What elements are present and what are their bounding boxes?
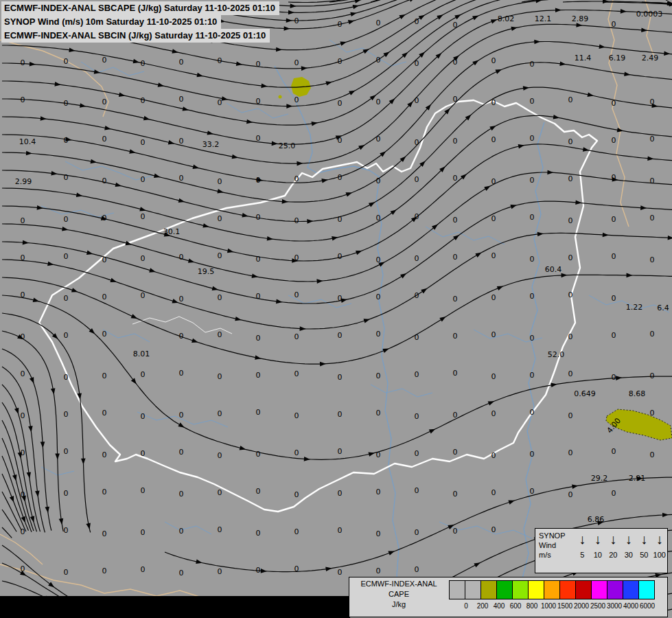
station-value: 0 xyxy=(530,371,535,380)
station-value: 0 xyxy=(415,412,419,421)
station-value: 0 xyxy=(491,293,496,302)
station-value: 33.2 xyxy=(202,140,220,149)
station-value: 0 xyxy=(530,60,535,69)
station-value: 0 xyxy=(256,134,261,143)
title-line-sbcin: ECMWF-INDEX-ANAL SBCIN (J/kg) Saturday 1… xyxy=(1,29,270,43)
station-value: 0 xyxy=(218,293,222,302)
station-value: 0 xyxy=(338,99,343,108)
station-value: 0 xyxy=(64,568,69,577)
station-value: 0 xyxy=(612,447,616,456)
station-value: 0 xyxy=(568,253,573,262)
station-value: 0 xyxy=(568,448,573,457)
station-value: 0 xyxy=(21,527,25,536)
station-value: 11.4 xyxy=(575,54,592,62)
station-value: 0 xyxy=(21,411,25,420)
title-line-sbcape: ECMWF-INDEX-ANAL SBCAPE (J/kg) Saturday … xyxy=(1,1,279,15)
station-value: 0 xyxy=(64,215,69,224)
station-value: 0 xyxy=(218,372,222,381)
station-value: 0 xyxy=(218,251,222,260)
station-value: 0 xyxy=(568,411,573,420)
station-value: 0 xyxy=(141,528,146,537)
station-value: 0 xyxy=(415,96,419,105)
station-value: 0 xyxy=(530,334,535,343)
station-value: 0.0003 xyxy=(636,10,663,19)
station-value: 0 xyxy=(491,135,496,144)
station-value: 0 xyxy=(376,135,381,144)
station-value: 29.2 xyxy=(591,474,608,483)
station-value: 0 xyxy=(453,174,458,183)
station-value: 0 xyxy=(102,371,107,380)
weather-chart-app: 0000000000000000000000000000000000000000… xyxy=(0,0,672,618)
wind-arrow-icon: ↓ xyxy=(610,529,616,549)
station-value: 0 xyxy=(256,255,261,264)
station-value: 0 xyxy=(64,526,69,535)
station-value: 0 xyxy=(338,57,343,66)
cape-tick-label: 0 xyxy=(464,602,468,610)
station-value: 0 xyxy=(64,99,69,108)
station-value: 0 xyxy=(453,448,458,457)
station-value: 0 xyxy=(64,57,69,66)
station-value: 0 xyxy=(491,525,496,534)
wind-legend-columns: ↓5↓10↓20↓30↓50↓100 xyxy=(575,529,667,573)
station-value: 0 xyxy=(491,409,496,418)
cape-tick-label: 400 xyxy=(494,602,505,610)
station-value: 0 xyxy=(21,290,25,299)
cape-color-cell xyxy=(623,580,639,599)
station-value: 0 xyxy=(141,138,146,147)
station-value: 0 xyxy=(612,373,616,382)
station-value: 0 xyxy=(376,330,381,339)
wind-speed-column: ↓30 xyxy=(621,529,637,573)
wind-speed-column: ↓5 xyxy=(575,529,590,573)
wind-speed-value: 5 xyxy=(580,551,584,559)
station-value: 0 xyxy=(179,527,184,536)
station-value: 0 xyxy=(491,330,496,339)
cape-tick-label: 4000 xyxy=(623,602,638,610)
station-value: 0 xyxy=(491,251,496,260)
cape-tick-label: 6000 xyxy=(640,602,655,610)
station-value: 0.649 xyxy=(574,389,596,398)
station-value: 0 xyxy=(179,369,184,378)
station-value: 0 xyxy=(415,212,419,221)
station-value: 0 xyxy=(218,56,222,65)
station-value: 52.0 xyxy=(548,350,565,359)
station-value: 0 xyxy=(338,294,343,303)
station-value: 0 xyxy=(453,253,458,262)
station-value: 0 xyxy=(612,215,616,224)
wind-speed-column: ↓50 xyxy=(636,529,652,573)
station-value: 0 xyxy=(650,255,655,264)
station-value: 0 xyxy=(256,408,261,417)
station-value: 0 xyxy=(294,527,299,536)
station-value: 0 xyxy=(256,529,261,538)
station-value: 0 xyxy=(612,136,616,145)
station-value: 0 xyxy=(64,489,69,498)
station-value: 0 xyxy=(376,566,381,575)
station-value: 0 xyxy=(530,450,535,459)
station-value: 0 xyxy=(21,216,25,225)
station-value: 0 xyxy=(491,56,496,65)
station-value: 0 xyxy=(256,371,261,380)
station-value: 0 xyxy=(491,372,496,381)
cape-tick-label: 800 xyxy=(526,602,538,610)
station-value: 0 xyxy=(256,60,261,69)
wind-speed-value: 10 xyxy=(594,551,602,559)
station-value: 0 xyxy=(530,487,535,496)
station-value: 0 xyxy=(338,252,343,261)
station-value: 0 xyxy=(218,409,222,418)
station-value: 6.19 xyxy=(609,54,626,62)
station-value: 6.86 xyxy=(588,515,605,524)
station-value: 0 xyxy=(568,369,573,378)
station-value: 0 xyxy=(218,330,222,339)
cape-legend-labels: ECMWF-INDEX-ANAL CAPE J/kg xyxy=(349,579,448,610)
station-value: 0 xyxy=(415,449,419,458)
station-value: 0 xyxy=(491,214,496,223)
wind-arrow-icon: ↓ xyxy=(594,529,601,549)
cape-legend-param: CAPE xyxy=(349,589,448,599)
station-value: 30.1 xyxy=(163,227,181,236)
station-value: 0 xyxy=(294,58,299,67)
station-value: 0 xyxy=(256,566,261,575)
station-value: 0 xyxy=(294,448,299,457)
station-value: 0 xyxy=(179,253,184,262)
station-value: 0 xyxy=(141,449,146,458)
station-value: 0 xyxy=(612,489,616,498)
station-value: 0 xyxy=(376,98,381,106)
